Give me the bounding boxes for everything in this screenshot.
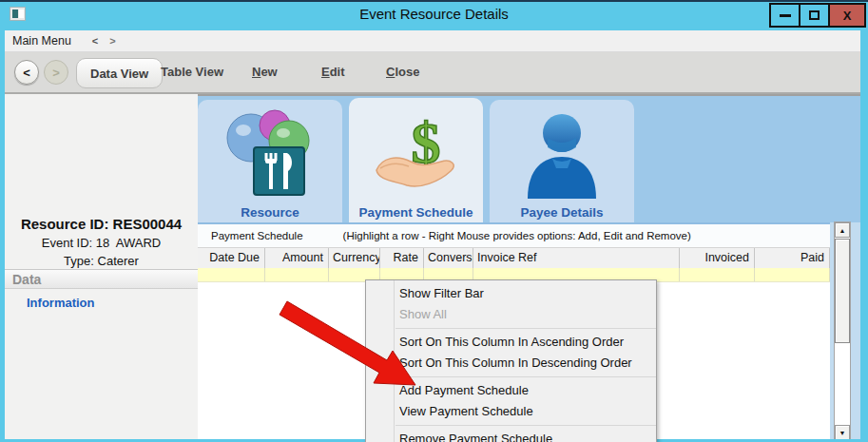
close-menu-button[interactable]: Close: [386, 65, 419, 79]
forward-icon: >: [52, 66, 60, 80]
window-controls: X: [771, 3, 866, 28]
nav-forward-button[interactable]: >: [44, 60, 68, 85]
data-view-label: Data View: [90, 67, 148, 81]
scroll-up-button[interactable]: ▲: [835, 222, 850, 238]
scroll-up-icon: ▲: [839, 227, 846, 234]
window-left-border: [0, 30, 5, 442]
column-header-currency[interactable]: Currency: [329, 248, 380, 268]
menu-item-view-payment-schedule[interactable]: View Payment Schedule: [366, 401, 656, 422]
grid-hint: (Highlight a row - Right Mouse provides …: [343, 230, 691, 241]
column-header-invoice-ref[interactable]: Invoice Ref: [473, 248, 680, 268]
tab-resource-label: Resource: [198, 205, 342, 220]
tab-resource[interactable]: Resource: [198, 100, 342, 224]
minimize-button[interactable]: [769, 3, 800, 28]
toolbar: < > Data View Table View New Edit Close: [1, 52, 867, 94]
cell-paid: [755, 268, 830, 281]
cell-amount: [265, 268, 329, 281]
grid-header-row: Date Due Amount Currency Rate Conversion…: [198, 247, 830, 268]
grid-caption-row: Payment Schedule (Highlight a row - Righ…: [198, 222, 830, 247]
resource-summary: Resource ID: RES00044 Event ID: 18 AWARD…: [5, 216, 198, 268]
data-view-button[interactable]: Data View: [76, 58, 163, 88]
edit-label-tail: dit: [330, 65, 345, 79]
dollar-hand-icon: $: [349, 107, 483, 199]
scrollbar-thumb[interactable]: [835, 239, 850, 343]
menu-separator: [395, 425, 656, 426]
new-button[interactable]: New: [252, 65, 278, 79]
menu-separator: [395, 376, 656, 377]
event-id-text: Event ID: 18 AWARD: [5, 236, 198, 250]
tab-payee-details[interactable]: Payee Details: [490, 100, 634, 224]
close-label-head: C: [386, 65, 395, 79]
menu-forward-icon[interactable]: >: [109, 35, 115, 47]
menu-item-show-all: Show All: [366, 304, 656, 325]
close-label-tail: lose: [395, 65, 419, 79]
edit-label-head: E: [321, 65, 330, 79]
edit-button[interactable]: Edit: [321, 65, 345, 79]
menu-item-sort-ascending[interactable]: Sort On This Column In Ascending Order: [366, 332, 656, 353]
menu-bar: Main Menu < >: [1, 30, 867, 52]
tab-strip: Resource $ Payment Schedule: [198, 94, 860, 222]
new-label-head: N: [252, 65, 260, 79]
resource-id-text: Resource ID: RES00044: [5, 216, 198, 232]
title-bar: Event Resource Details X: [0, 2, 868, 30]
minimize-icon: [780, 14, 791, 17]
maximize-icon: [809, 10, 820, 20]
person-icon: [490, 109, 634, 199]
back-icon: <: [23, 66, 30, 80]
app-window: Event Resource Details X Main Menu < > <…: [0, 0, 868, 442]
tab-payee-details-label: Payee Details: [490, 205, 634, 220]
close-button[interactable]: X: [828, 3, 866, 28]
scroll-down-button[interactable]: ▼: [835, 425, 850, 440]
scroll-down-icon: ▼: [839, 430, 846, 436]
cell-invoiced: [680, 268, 755, 281]
close-icon: X: [843, 9, 852, 23]
column-header-amount[interactable]: Amount: [265, 248, 329, 268]
grid-caption: Payment Schedule: [211, 230, 303, 241]
tab-payment-schedule[interactable]: $ Payment Schedule: [349, 98, 483, 224]
menu-item-sort-descending[interactable]: Sort On This Column In Descending Order: [366, 353, 656, 374]
window-right-border: [860, 30, 868, 442]
menu-separator: [395, 328, 656, 329]
maximize-button[interactable]: [799, 3, 830, 28]
menu-item-show-filter-bar[interactable]: Show Filter Bar: [366, 283, 656, 304]
cell-date-due: [198, 268, 265, 281]
table-view-label: Table View: [161, 65, 223, 79]
menu-item-add-payment-schedule[interactable]: Add Payment Schedule: [366, 380, 656, 401]
column-header-invoiced[interactable]: Invoiced: [680, 248, 755, 268]
nav-back-button[interactable]: <: [14, 60, 39, 85]
vertical-scrollbar[interactable]: ▲ ▼: [834, 221, 851, 441]
tab-payment-schedule-label: Payment Schedule: [349, 205, 483, 220]
window-title: Event Resource Details: [0, 6, 868, 22]
main-menu-item[interactable]: Main Menu: [12, 34, 71, 48]
menu-back-icon[interactable]: <: [92, 35, 98, 47]
new-label-tail: ew: [260, 65, 277, 79]
sidebar: Resource ID: RES00044 Event ID: 18 AWARD…: [5, 94, 198, 441]
column-header-date-due[interactable]: Date Due: [198, 248, 265, 268]
table-view-button[interactable]: Table View: [161, 65, 223, 79]
column-header-conversion[interactable]: Conversion: [424, 248, 473, 268]
sidebar-section-data: Data: [5, 269, 198, 289]
resource-type-text: Type: Caterer: [5, 254, 198, 268]
right-filler: [851, 222, 860, 441]
sidebar-item-information[interactable]: Information: [27, 296, 95, 310]
column-header-rate[interactable]: Rate: [380, 248, 424, 268]
balloons-cutlery-icon: [198, 109, 342, 197]
column-header-paid[interactable]: Paid: [755, 248, 830, 268]
context-menu: Show Filter Bar Show All Sort On This Co…: [365, 279, 657, 442]
menu-item-remove-payment-schedule[interactable]: Remove Payment Schedule: [366, 429, 656, 442]
